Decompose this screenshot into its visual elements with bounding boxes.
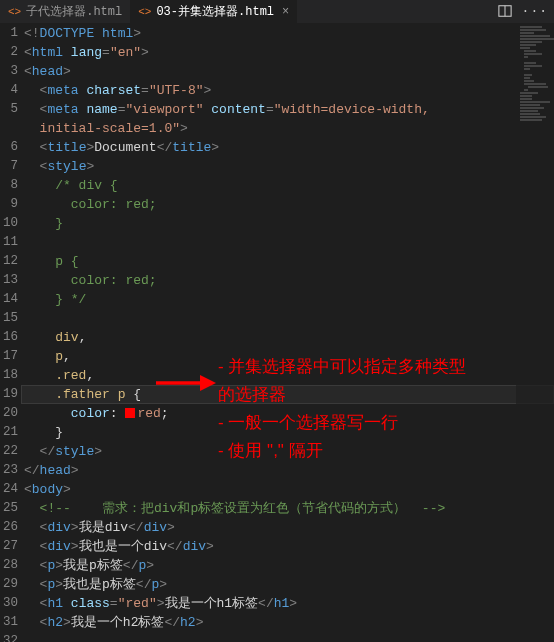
code-content[interactable]: <!DOCTYPE html><html lang="en"><head> <m… <box>24 24 554 642</box>
tab-inactive[interactable]: <> 子代选择器.html <box>0 0 130 23</box>
more-actions-icon[interactable]: ··· <box>522 4 548 19</box>
minimap[interactable] <box>516 24 554 642</box>
tab-actions: ··· <box>498 4 554 19</box>
line-number-gutter: 1234567891011121314151617181920212223242… <box>0 24 24 642</box>
tab-label: 子代选择器.html <box>26 3 122 20</box>
tab-active[interactable]: <> 03-并集选择器.html × <box>130 0 297 23</box>
close-icon[interactable]: × <box>282 5 289 19</box>
html-file-icon: <> <box>138 6 151 18</box>
tab-label: 03-并集选择器.html <box>156 3 274 20</box>
tab-bar: <> 子代选择器.html <> 03-并集选择器.html × ··· <box>0 0 554 24</box>
split-editor-icon[interactable] <box>498 4 512 19</box>
editor-area[interactable]: 1234567891011121314151617181920212223242… <box>0 24 554 642</box>
html-file-icon: <> <box>8 6 21 18</box>
